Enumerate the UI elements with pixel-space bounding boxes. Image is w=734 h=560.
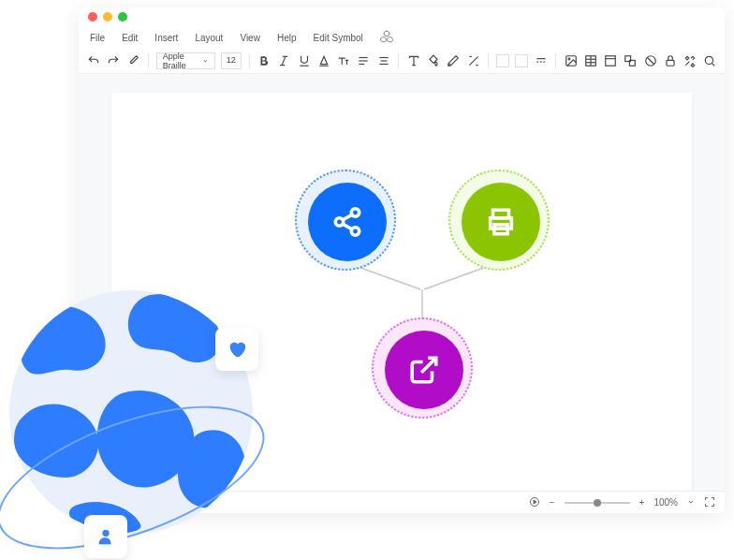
- font-family-select[interactable]: Apple Braille: [156, 52, 215, 69]
- svg-point-14: [568, 58, 570, 60]
- insert-table-button[interactable]: [583, 52, 597, 69]
- fill-color-button[interactable]: [427, 52, 441, 69]
- fill-color-swatch[interactable]: [515, 54, 528, 67]
- svg-line-35: [343, 224, 352, 229]
- font-color-button[interactable]: [316, 52, 330, 69]
- heart-chip: [215, 328, 258, 371]
- lock-button[interactable]: [663, 52, 677, 69]
- menu-edit[interactable]: Edit: [122, 33, 138, 43]
- font-family-value: Apple Braille: [163, 52, 202, 70]
- text-tool-button[interactable]: [406, 52, 420, 69]
- print-node[interactable]: [448, 169, 550, 271]
- presentation-mode-button[interactable]: [529, 496, 540, 509]
- tools-button[interactable]: [683, 52, 697, 69]
- svg-line-2: [283, 56, 286, 65]
- svg-rect-19: [606, 56, 616, 66]
- window-titlebar: [79, 7, 725, 26]
- share-node-circle: [308, 183, 387, 261]
- redo-button[interactable]: [106, 52, 120, 69]
- connector-tool-button[interactable]: [466, 52, 480, 69]
- line-style-button[interactable]: [534, 52, 548, 69]
- line-color-swatch[interactable]: [496, 54, 509, 67]
- svg-line-34: [343, 214, 352, 220]
- svg-point-26: [706, 56, 713, 64]
- fullscreen-button[interactable]: [704, 496, 715, 509]
- svg-line-27: [712, 63, 715, 66]
- svg-point-31: [351, 209, 360, 217]
- svg-point-42: [102, 530, 109, 537]
- toolbar: Apple Braille 12: [79, 49, 725, 74]
- svg-line-28: [353, 265, 420, 289]
- toolbar-separator: [398, 53, 399, 68]
- share-node[interactable]: [295, 169, 396, 271]
- app-brand-icon: [380, 30, 393, 45]
- italic-button[interactable]: [277, 52, 291, 69]
- menubar: File Edit Insert Layout View Help Edit S…: [79, 26, 725, 49]
- search-button[interactable]: [703, 52, 717, 69]
- pen-tool-button[interactable]: [447, 52, 461, 69]
- toolbar-separator: [555, 53, 556, 68]
- zoom-slider[interactable]: [565, 502, 630, 504]
- svg-marker-41: [534, 500, 536, 504]
- print-node-circle: [462, 183, 540, 261]
- menu-layout[interactable]: Layout: [195, 33, 223, 43]
- window-close-button[interactable]: [88, 12, 97, 22]
- svg-line-39: [421, 358, 436, 373]
- zoom-slider-thumb[interactable]: [594, 499, 601, 507]
- insert-container-button[interactable]: [604, 52, 618, 69]
- svg-point-33: [351, 228, 360, 236]
- menu-help[interactable]: Help: [277, 33, 297, 43]
- svg-line-24: [647, 58, 653, 65]
- undo-button[interactable]: [86, 52, 100, 69]
- cancel-edit-button[interactable]: [643, 52, 657, 69]
- zoom-value[interactable]: 100%: [653, 497, 678, 508]
- zoom-in-button[interactable]: +: [639, 497, 645, 508]
- window-minimize-button[interactable]: [103, 12, 112, 22]
- bold-button[interactable]: [257, 52, 272, 69]
- font-size-select[interactable]: 12: [221, 52, 242, 69]
- menu-insert[interactable]: Insert: [154, 33, 178, 43]
- external-link-node[interactable]: [372, 317, 473, 419]
- svg-point-32: [335, 218, 344, 227]
- person-icon: [95, 526, 116, 547]
- share-icon: [331, 206, 363, 238]
- toolbar-separator: [148, 53, 149, 68]
- align-horizontal-button[interactable]: [357, 52, 371, 69]
- text-size-button[interactable]: [337, 52, 351, 69]
- svg-rect-25: [667, 60, 674, 66]
- external-link-node-circle: [385, 331, 463, 409]
- window-maximize-button[interactable]: [118, 12, 127, 22]
- globe-illustration: [0, 281, 272, 560]
- svg-line-29: [424, 265, 492, 289]
- format-painter-button[interactable]: [126, 52, 140, 69]
- menu-edit-symbol[interactable]: Edit Symbol: [313, 33, 362, 43]
- print-icon: [485, 206, 517, 238]
- arrange-button[interactable]: [624, 52, 638, 69]
- zoom-out-button[interactable]: −: [550, 497, 555, 508]
- toolbar-separator: [488, 53, 489, 68]
- heart-icon: [227, 339, 247, 360]
- align-vertical-button[interactable]: [376, 52, 390, 69]
- external-link-icon: [408, 354, 440, 386]
- toolbar-separator: [249, 53, 250, 68]
- underline-button[interactable]: [297, 52, 311, 69]
- insert-image-button[interactable]: [564, 52, 578, 69]
- menu-file[interactable]: File: [90, 33, 105, 43]
- person-chip: [84, 515, 127, 558]
- zoom-dropdown-icon[interactable]: [687, 497, 695, 508]
- menu-view[interactable]: View: [240, 33, 260, 43]
